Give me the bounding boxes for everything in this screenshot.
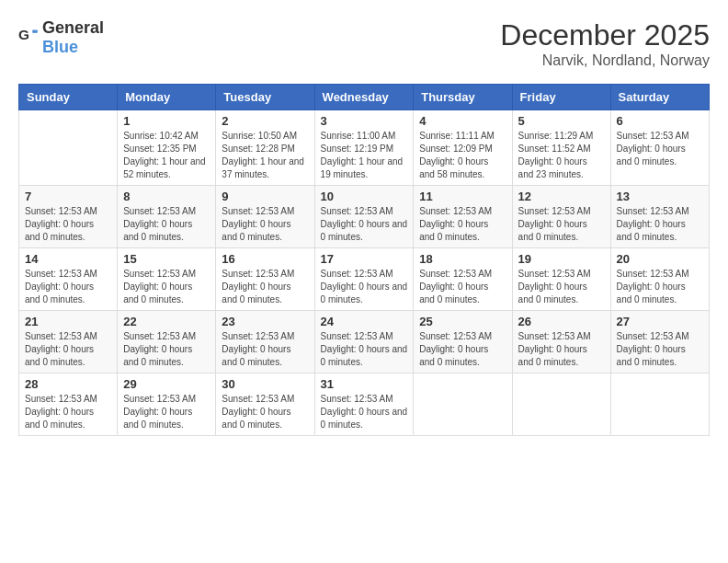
day-cell: 23Sunset: 12:53 AMDaylight: 0 hours and … xyxy=(216,311,314,373)
logo-text: General Blue xyxy=(42,18,104,57)
day-info: Sunset: 12:53 AMDaylight: 0 hours and 0 … xyxy=(25,268,111,306)
day-number: 1 xyxy=(123,114,210,128)
day-number: 28 xyxy=(25,377,111,391)
logo-mark: G xyxy=(18,26,39,50)
day-number: 16 xyxy=(222,252,308,266)
day-info: Sunset: 12:53 AMDaylight: 0 hours and 0 … xyxy=(617,205,703,244)
weekday-header-wednesday: Wednesday xyxy=(314,85,414,110)
day-info: Sunrise: 11:29 AMSunset: 11:52 AMDayligh… xyxy=(518,130,605,181)
day-cell: 20Sunset: 12:53 AMDaylight: 0 hours and … xyxy=(610,248,709,311)
week-row-0: 1Sunrise: 10:42 AMSunset: 12:35 PMDaylig… xyxy=(19,110,710,186)
day-cell: 16Sunset: 12:53 AMDaylight: 0 hours and … xyxy=(216,248,314,311)
day-info: Sunset: 12:53 AMDaylight: 0 hours and 0 … xyxy=(321,205,408,244)
logo-blue: Blue xyxy=(42,38,78,56)
day-number: 25 xyxy=(419,315,506,328)
day-info: Sunset: 12:53 AMDaylight: 0 hours and 0 … xyxy=(321,268,408,306)
day-number: 17 xyxy=(321,252,408,266)
day-cell: 29Sunset: 12:53 AMDaylight: 0 hours and … xyxy=(118,373,216,436)
day-number: 5 xyxy=(518,114,605,128)
day-number: 24 xyxy=(321,315,408,328)
day-number: 10 xyxy=(321,190,408,203)
day-number: 29 xyxy=(123,377,210,391)
day-number: 23 xyxy=(222,315,308,328)
day-cell: 1Sunrise: 10:42 AMSunset: 12:35 PMDaylig… xyxy=(118,110,216,186)
day-number: 13 xyxy=(617,190,703,203)
day-cell: 2Sunrise: 10:50 AMSunset: 12:28 PMDaylig… xyxy=(216,110,314,186)
day-info: Sunset: 12:53 AMDaylight: 0 hours and 0 … xyxy=(25,393,111,431)
day-number: 31 xyxy=(321,377,408,391)
day-info: Sunset: 12:53 AMDaylight: 0 hours and 0 … xyxy=(123,393,210,431)
day-info: Sunset: 12:53 AMDaylight: 0 hours and 0 … xyxy=(123,330,210,369)
day-info: Sunset: 12:53 AMDaylight: 0 hours and 0 … xyxy=(518,330,605,369)
day-cell: 9Sunset: 12:53 AMDaylight: 0 hours and 0… xyxy=(216,186,314,248)
day-info: Sunset: 12:53 AMDaylight: 0 hours and 0 … xyxy=(617,130,703,168)
week-row-4: 28Sunset: 12:53 AMDaylight: 0 hours and … xyxy=(19,373,710,436)
day-cell: 18Sunset: 12:53 AMDaylight: 0 hours and … xyxy=(414,248,512,311)
day-cell: 21Sunset: 12:53 AMDaylight: 0 hours and … xyxy=(19,311,118,373)
weekday-header-thursday: Thursday xyxy=(414,85,512,110)
day-number: 7 xyxy=(25,190,111,203)
weekday-header-sunday: Sunday xyxy=(19,85,118,110)
day-info: Sunrise: 10:42 AMSunset: 12:35 PMDayligh… xyxy=(123,130,210,181)
day-cell: 14Sunset: 12:53 AMDaylight: 0 hours and … xyxy=(19,248,118,311)
weekday-header-row: SundayMondayTuesdayWednesdayThursdayFrid… xyxy=(19,85,710,110)
day-info: Sunset: 12:53 AMDaylight: 0 hours and 0 … xyxy=(419,205,506,244)
day-number: 18 xyxy=(419,252,506,266)
weekday-header-saturday: Saturday xyxy=(610,85,709,110)
day-info: Sunset: 12:53 AMDaylight: 0 hours and 0 … xyxy=(518,205,605,244)
day-info: Sunset: 12:53 AMDaylight: 0 hours and 0 … xyxy=(518,268,605,306)
day-cell: 4Sunrise: 11:11 AMSunset: 12:09 PMDaylig… xyxy=(414,110,512,186)
day-number: 30 xyxy=(222,377,308,391)
day-number: 21 xyxy=(25,315,111,328)
day-cell: 24Sunset: 12:53 AMDaylight: 0 hours and … xyxy=(314,311,414,373)
day-cell: 26Sunset: 12:53 AMDaylight: 0 hours and … xyxy=(512,311,610,373)
day-cell: 8Sunset: 12:53 AMDaylight: 0 hours and 0… xyxy=(118,186,216,248)
day-info: Sunrise: 10:50 AMSunset: 12:28 PMDayligh… xyxy=(222,130,308,181)
day-number: 6 xyxy=(617,114,703,128)
day-cell: 11Sunset: 12:53 AMDaylight: 0 hours and … xyxy=(414,186,512,248)
day-cell: 6Sunset: 12:53 AMDaylight: 0 hours and 0… xyxy=(610,110,709,186)
calendar-body: 1Sunrise: 10:42 AMSunset: 12:35 PMDaylig… xyxy=(19,110,710,436)
day-cell: 30Sunset: 12:53 AMDaylight: 0 hours and … xyxy=(216,373,314,436)
day-info: Sunset: 12:53 AMDaylight: 0 hours and 0 … xyxy=(222,205,308,244)
day-info: Sunset: 12:53 AMDaylight: 0 hours and 0 … xyxy=(321,393,408,431)
location-subtitle: Narvik, Nordland, Norway xyxy=(500,52,710,69)
day-number: 4 xyxy=(419,114,506,128)
day-info: Sunset: 12:53 AMDaylight: 0 hours and 0 … xyxy=(419,330,506,369)
day-number: 20 xyxy=(617,252,703,266)
day-number: 3 xyxy=(321,114,408,128)
day-number: 26 xyxy=(518,315,605,328)
day-number: 11 xyxy=(419,190,506,203)
day-cell: 22Sunset: 12:53 AMDaylight: 0 hours and … xyxy=(118,311,216,373)
day-cell: 15Sunset: 12:53 AMDaylight: 0 hours and … xyxy=(118,248,216,311)
day-info: Sunset: 12:53 AMDaylight: 0 hours and 0 … xyxy=(222,268,308,306)
day-cell: 3Sunrise: 11:00 AMSunset: 12:19 PMDaylig… xyxy=(314,110,414,186)
day-info: Sunset: 12:53 AMDaylight: 0 hours and 0 … xyxy=(222,393,308,431)
header: G General Blue December 2025 Narvik, Nor… xyxy=(18,18,710,69)
day-cell: 12Sunset: 12:53 AMDaylight: 0 hours and … xyxy=(512,186,610,248)
day-cell: 5Sunrise: 11:29 AMSunset: 11:52 AMDaylig… xyxy=(512,110,610,186)
title-area: December 2025 Narvik, Nordland, Norway xyxy=(500,18,710,69)
logo: G General Blue xyxy=(18,18,104,57)
day-cell: 31Sunset: 12:53 AMDaylight: 0 hours and … xyxy=(314,373,414,436)
day-info: Sunset: 12:53 AMDaylight: 0 hours and 0 … xyxy=(617,330,703,369)
day-cell: 13Sunset: 12:53 AMDaylight: 0 hours and … xyxy=(610,186,709,248)
day-info: Sunset: 12:53 AMDaylight: 0 hours and 0 … xyxy=(123,268,210,306)
day-number: 19 xyxy=(518,252,605,266)
day-cell: 27Sunset: 12:53 AMDaylight: 0 hours and … xyxy=(610,311,709,373)
day-number: 27 xyxy=(617,315,703,328)
day-info: Sunset: 12:53 AMDaylight: 0 hours and 0 … xyxy=(25,205,111,244)
day-cell: 10Sunset: 12:53 AMDaylight: 0 hours and … xyxy=(314,186,414,248)
weekday-header-tuesday: Tuesday xyxy=(216,85,314,110)
day-info: Sunset: 12:53 AMDaylight: 0 hours and 0 … xyxy=(222,330,308,369)
day-number: 8 xyxy=(123,190,210,203)
day-info: Sunset: 12:53 AMDaylight: 0 hours and 0 … xyxy=(123,205,210,244)
day-number: 22 xyxy=(123,315,210,328)
calendar-table: SundayMondayTuesdayWednesdayThursdayFrid… xyxy=(18,84,710,436)
day-cell xyxy=(512,373,610,436)
day-info: Sunset: 12:53 AMDaylight: 0 hours and 0 … xyxy=(419,268,506,306)
day-info: Sunrise: 11:00 AMSunset: 12:19 PMDayligh… xyxy=(321,130,408,181)
day-info: Sunset: 12:53 AMDaylight: 0 hours and 0 … xyxy=(25,330,111,369)
week-row-2: 14Sunset: 12:53 AMDaylight: 0 hours and … xyxy=(19,248,710,311)
svg-text:G: G xyxy=(18,27,29,42)
